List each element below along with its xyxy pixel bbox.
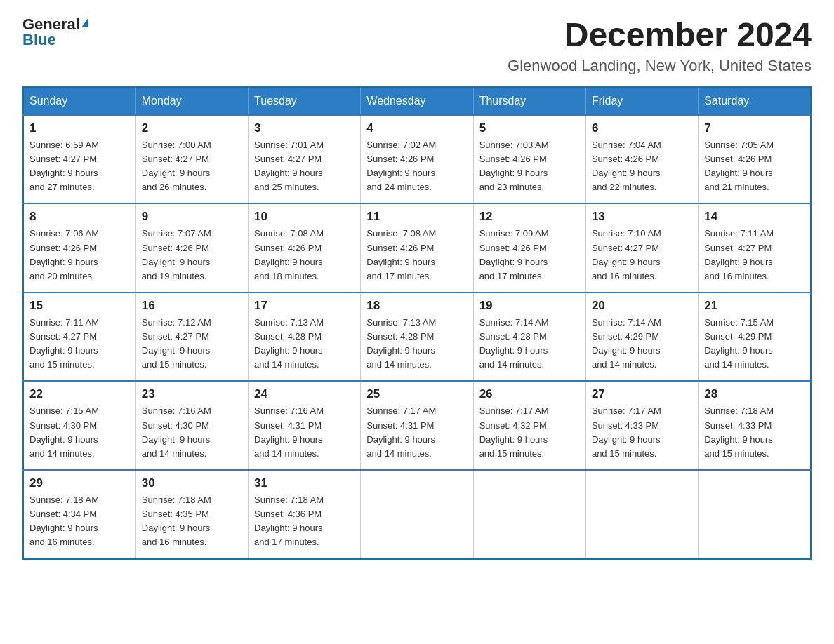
- day-number: 14: [704, 210, 805, 224]
- day-cell-8: 8Sunrise: 7:06 AMSunset: 4:26 PMDaylight…: [23, 203, 135, 293]
- day-info: Sunrise: 7:09 AMSunset: 4:26 PMDaylight:…: [479, 227, 580, 283]
- logo: General Blue: [22, 17, 88, 48]
- day-cell-6: 6Sunrise: 7:04 AMSunset: 4:26 PMDaylight…: [585, 115, 698, 204]
- empty-cell: [699, 470, 811, 559]
- day-cell-22: 22Sunrise: 7:15 AMSunset: 4:30 PMDayligh…: [23, 381, 135, 470]
- col-header-sunday: Sunday: [23, 87, 135, 115]
- day-info: Sunrise: 7:10 AMSunset: 4:27 PMDaylight:…: [592, 227, 692, 283]
- day-cell-10: 10Sunrise: 7:08 AMSunset: 4:26 PMDayligh…: [249, 203, 361, 293]
- calendar-table: SundayMondayTuesdayWednesdayThursdayFrid…: [22, 86, 812, 560]
- day-info: Sunrise: 7:05 AMSunset: 4:26 PMDaylight:…: [704, 138, 805, 195]
- day-info: Sunrise: 7:03 AMSunset: 4:26 PMDaylight:…: [479, 138, 580, 195]
- day-cell-29: 29Sunrise: 7:18 AMSunset: 4:34 PMDayligh…: [23, 470, 135, 559]
- day-cell-16: 16Sunrise: 7:12 AMSunset: 4:27 PMDayligh…: [135, 293, 248, 382]
- day-number: 22: [29, 387, 130, 401]
- day-cell-30: 30Sunrise: 7:18 AMSunset: 4:35 PMDayligh…: [135, 470, 248, 559]
- day-cell-23: 23Sunrise: 7:16 AMSunset: 4:30 PMDayligh…: [135, 381, 248, 470]
- day-cell-4: 4Sunrise: 7:02 AMSunset: 4:26 PMDaylight…: [361, 115, 473, 204]
- day-info: Sunrise: 7:15 AMSunset: 4:29 PMDaylight:…: [704, 316, 805, 373]
- day-info: Sunrise: 7:18 AMSunset: 4:35 PMDaylight:…: [142, 493, 242, 550]
- week-row-1: 1Sunrise: 6:59 AMSunset: 4:27 PMDaylight…: [23, 115, 811, 204]
- day-number: 31: [254, 476, 355, 490]
- day-info: Sunrise: 7:17 AMSunset: 4:32 PMDaylight:…: [479, 404, 580, 461]
- day-cell-2: 2Sunrise: 7:00 AMSunset: 4:27 PMDaylight…: [135, 115, 248, 204]
- day-cell-31: 31Sunrise: 7:18 AMSunset: 4:36 PMDayligh…: [249, 470, 361, 559]
- day-number: 15: [29, 299, 130, 313]
- day-info: Sunrise: 7:16 AMSunset: 4:30 PMDaylight:…: [142, 404, 242, 461]
- month-title: December 2024: [508, 17, 812, 54]
- day-cell-5: 5Sunrise: 7:03 AMSunset: 4:26 PMDaylight…: [473, 115, 585, 204]
- day-info: Sunrise: 7:00 AMSunset: 4:27 PMDaylight:…: [142, 138, 242, 195]
- day-cell-20: 20Sunrise: 7:14 AMSunset: 4:29 PMDayligh…: [585, 293, 698, 382]
- day-info: Sunrise: 7:12 AMSunset: 4:27 PMDaylight:…: [142, 316, 242, 373]
- day-info: Sunrise: 7:18 AMSunset: 4:33 PMDaylight:…: [704, 404, 805, 461]
- day-info: Sunrise: 6:59 AMSunset: 4:27 PMDaylight:…: [29, 138, 130, 195]
- day-cell-14: 14Sunrise: 7:11 AMSunset: 4:27 PMDayligh…: [699, 203, 811, 293]
- day-number: 1: [29, 121, 130, 135]
- day-number: 28: [704, 387, 805, 401]
- day-number: 24: [254, 387, 355, 401]
- day-number: 17: [254, 299, 355, 313]
- day-number: 26: [479, 387, 580, 401]
- logo-general-text: General: [22, 17, 80, 32]
- day-number: 5: [479, 121, 580, 135]
- day-info: Sunrise: 7:18 AMSunset: 4:36 PMDaylight:…: [254, 493, 355, 550]
- empty-cell: [361, 470, 473, 559]
- day-number: 4: [366, 121, 467, 135]
- day-number: 13: [592, 210, 692, 224]
- week-row-5: 29Sunrise: 7:18 AMSunset: 4:34 PMDayligh…: [23, 470, 811, 559]
- day-info: Sunrise: 7:04 AMSunset: 4:26 PMDaylight:…: [592, 138, 692, 195]
- day-number: 6: [592, 121, 692, 135]
- day-number: 29: [29, 476, 130, 490]
- day-info: Sunrise: 7:08 AMSunset: 4:26 PMDaylight:…: [366, 227, 467, 283]
- day-info: Sunrise: 7:17 AMSunset: 4:31 PMDaylight:…: [366, 404, 467, 461]
- day-info: Sunrise: 7:13 AMSunset: 4:28 PMDaylight:…: [366, 316, 467, 373]
- col-header-saturday: Saturday: [699, 87, 811, 115]
- logo-triangle-icon: [81, 18, 88, 27]
- day-cell-26: 26Sunrise: 7:17 AMSunset: 4:32 PMDayligh…: [473, 381, 585, 470]
- day-number: 30: [142, 476, 242, 490]
- day-info: Sunrise: 7:17 AMSunset: 4:33 PMDaylight:…: [592, 404, 692, 461]
- empty-cell: [585, 470, 698, 559]
- day-number: 18: [366, 299, 467, 313]
- day-info: Sunrise: 7:06 AMSunset: 4:26 PMDaylight:…: [29, 227, 130, 283]
- day-info: Sunrise: 7:07 AMSunset: 4:26 PMDaylight:…: [142, 227, 242, 283]
- day-number: 21: [704, 299, 805, 313]
- day-cell-21: 21Sunrise: 7:15 AMSunset: 4:29 PMDayligh…: [699, 293, 811, 382]
- calendar-header-row: SundayMondayTuesdayWednesdayThursdayFrid…: [23, 87, 811, 115]
- day-number: 10: [254, 210, 355, 224]
- day-info: Sunrise: 7:16 AMSunset: 4:31 PMDaylight:…: [254, 404, 355, 461]
- day-cell-13: 13Sunrise: 7:10 AMSunset: 4:27 PMDayligh…: [585, 203, 698, 293]
- day-number: 23: [142, 387, 242, 401]
- day-info: Sunrise: 7:08 AMSunset: 4:26 PMDaylight:…: [254, 227, 355, 283]
- day-info: Sunrise: 7:02 AMSunset: 4:26 PMDaylight:…: [366, 138, 467, 195]
- day-info: Sunrise: 7:01 AMSunset: 4:27 PMDaylight:…: [254, 138, 355, 195]
- day-number: 3: [254, 121, 355, 135]
- day-cell-28: 28Sunrise: 7:18 AMSunset: 4:33 PMDayligh…: [699, 381, 811, 470]
- day-info: Sunrise: 7:18 AMSunset: 4:34 PMDaylight:…: [29, 493, 130, 550]
- day-cell-11: 11Sunrise: 7:08 AMSunset: 4:26 PMDayligh…: [361, 203, 473, 293]
- location-title: Glenwood Landing, New York, United State…: [508, 57, 812, 75]
- week-row-4: 22Sunrise: 7:15 AMSunset: 4:30 PMDayligh…: [23, 381, 811, 470]
- day-number: 25: [366, 387, 467, 401]
- day-number: 19: [479, 299, 580, 313]
- logo-blue-text: Blue: [22, 32, 56, 48]
- day-number: 12: [479, 210, 580, 224]
- col-header-friday: Friday: [585, 87, 698, 115]
- day-number: 16: [142, 299, 242, 313]
- day-cell-18: 18Sunrise: 7:13 AMSunset: 4:28 PMDayligh…: [361, 293, 473, 382]
- title-section: December 2024 Glenwood Landing, New York…: [508, 17, 812, 75]
- day-number: 11: [366, 210, 467, 224]
- day-number: 2: [142, 121, 242, 135]
- day-cell-27: 27Sunrise: 7:17 AMSunset: 4:33 PMDayligh…: [585, 381, 698, 470]
- empty-cell: [473, 470, 585, 559]
- day-number: 20: [592, 299, 692, 313]
- day-cell-9: 9Sunrise: 7:07 AMSunset: 4:26 PMDaylight…: [135, 203, 248, 293]
- day-info: Sunrise: 7:11 AMSunset: 4:27 PMDaylight:…: [29, 316, 130, 373]
- day-number: 27: [592, 387, 692, 401]
- day-cell-7: 7Sunrise: 7:05 AMSunset: 4:26 PMDaylight…: [699, 115, 811, 204]
- day-cell-19: 19Sunrise: 7:14 AMSunset: 4:28 PMDayligh…: [473, 293, 585, 382]
- col-header-monday: Monday: [135, 87, 248, 115]
- day-cell-3: 3Sunrise: 7:01 AMSunset: 4:27 PMDaylight…: [249, 115, 361, 204]
- day-cell-15: 15Sunrise: 7:11 AMSunset: 4:27 PMDayligh…: [23, 293, 135, 382]
